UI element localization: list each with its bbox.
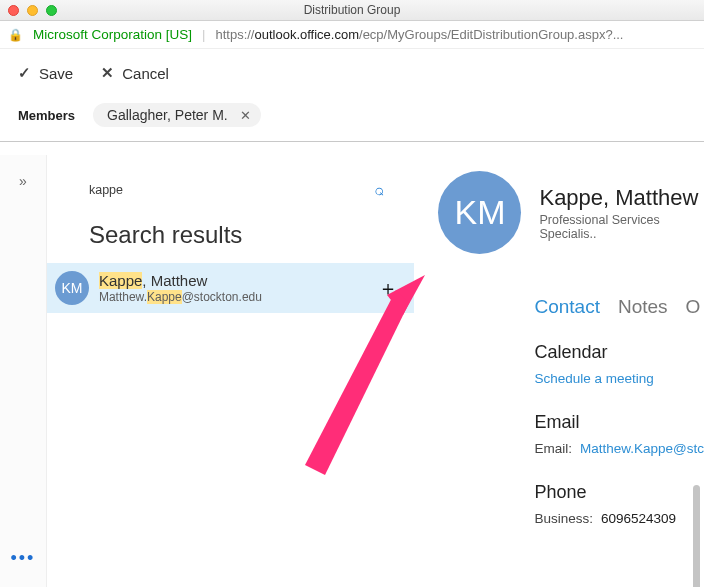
profile-role: Professional Services Specialis.. xyxy=(539,213,704,241)
phone-title: Phone xyxy=(534,482,704,503)
url-host: outlook.office.com xyxy=(254,27,359,42)
calendar-title: Calendar xyxy=(534,342,704,363)
profile-header: KM Kappe, Matthew Professional Services … xyxy=(438,171,704,254)
email-label: Email: xyxy=(534,441,572,456)
tab-notes[interactable]: Notes xyxy=(618,296,668,318)
search-result-row[interactable]: KM Kappe, Matthew Matthew.Kappe@stockton… xyxy=(47,263,415,313)
url[interactable]: https://outlook.office.com/ecp/MyGroups/… xyxy=(215,27,623,42)
more-apps-icon[interactable]: ••• xyxy=(11,548,36,577)
details-tabs: Contact Notes O xyxy=(534,296,704,318)
cancel-label: Cancel xyxy=(122,65,169,82)
search-column: ⌕ Search results KM Kappe, Matthew Matth… xyxy=(47,155,415,587)
member-chip[interactable]: Gallagher, Peter M. ✕ xyxy=(93,103,261,127)
workspace: » ••• ⌕ Search results KM Kappe, Matthew… xyxy=(0,155,704,587)
member-chip-name: Gallagher, Peter M. xyxy=(107,107,228,123)
add-member-button[interactable]: ＋ xyxy=(372,275,404,302)
titlebar: Distribution Group xyxy=(0,0,704,21)
toolbar: ✓ Save ✕ Cancel xyxy=(0,49,704,97)
window-title: Distribution Group xyxy=(0,3,704,17)
profile-avatar: KM xyxy=(438,171,521,254)
cancel-button[interactable]: ✕ Cancel xyxy=(101,64,169,82)
x-icon: ✕ xyxy=(101,64,114,82)
calendar-section: Calendar Schedule a meeting xyxy=(534,342,704,386)
search-row: ⌕ xyxy=(47,155,415,203)
result-email-post: @stockton.edu xyxy=(182,290,262,304)
email-title: Email xyxy=(534,412,704,433)
email-value[interactable]: Matthew.Kappe@stc xyxy=(580,441,704,456)
save-button[interactable]: ✓ Save xyxy=(18,64,73,82)
url-path: /ecp/MyGroups/EditDistributionGroup.aspx… xyxy=(359,27,623,42)
result-avatar: KM xyxy=(55,271,89,305)
result-name: Kappe, Matthew xyxy=(99,272,373,290)
check-icon: ✓ xyxy=(18,64,31,82)
remove-member-icon[interactable]: ✕ xyxy=(240,108,251,123)
phone-section: Phone Business: 6096524309 xyxy=(534,482,704,526)
result-text: Kappe, Matthew Matthew.Kappe@stockton.ed… xyxy=(99,272,373,304)
result-name-highlight: Kappe xyxy=(99,272,142,289)
phone-value: 6096524309 xyxy=(601,511,676,526)
email-section: Email Email: Matthew.Kappe@stc xyxy=(534,412,704,456)
email-kv: Email: Matthew.Kappe@stc xyxy=(534,441,704,456)
members-row: Members Gallagher, Peter M. ✕ xyxy=(0,97,704,142)
schedule-meeting-link[interactable]: Schedule a meeting xyxy=(534,371,704,386)
save-label: Save xyxy=(39,65,73,82)
tab-org[interactable]: O xyxy=(686,296,701,318)
phone-label: Business: xyxy=(534,511,593,526)
result-name-rest: , Matthew xyxy=(142,272,207,289)
result-email: Matthew.Kappe@stockton.edu xyxy=(99,290,373,304)
result-email-pre: Matthew. xyxy=(99,290,147,304)
cert-org: Microsoft Corporation [US] xyxy=(33,27,192,42)
scrollbar-thumb[interactable] xyxy=(693,485,700,587)
expand-rail-icon[interactable]: » xyxy=(19,173,27,189)
separator: | xyxy=(202,27,205,42)
left-rail: » ••• xyxy=(0,155,47,587)
address-bar: 🔒 Microsoft Corporation [US] | https://o… xyxy=(0,21,704,49)
search-icon[interactable]: ⌕ xyxy=(374,181,384,199)
profile-name: Kappe, Matthew xyxy=(539,185,704,211)
search-input[interactable] xyxy=(89,183,289,197)
search-results-heading: Search results xyxy=(47,203,415,263)
result-email-highlight: Kappe xyxy=(147,290,182,304)
members-label: Members xyxy=(18,108,75,123)
contact-sections: Calendar Schedule a meeting Email Email:… xyxy=(534,342,704,526)
lock-icon: 🔒 xyxy=(8,28,23,42)
details-column: KM Kappe, Matthew Professional Services … xyxy=(414,155,704,587)
url-scheme: https:// xyxy=(215,27,254,42)
tab-contact[interactable]: Contact xyxy=(534,296,599,318)
phone-kv: Business: 6096524309 xyxy=(534,511,704,526)
